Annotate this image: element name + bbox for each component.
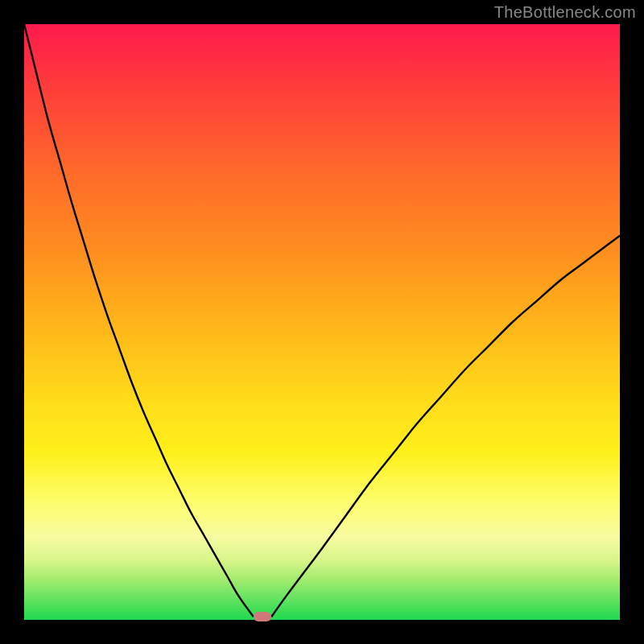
curve-left-branch — [24, 24, 254, 617]
bottleneck-curve — [24, 24, 620, 620]
minimum-marker — [254, 612, 271, 621]
watermark-text: TheBottleneck.com — [494, 3, 636, 22]
plot-area — [24, 24, 620, 620]
curve-right-branch — [271, 236, 620, 617]
chart-frame: TheBottleneck.com — [0, 0, 644, 644]
